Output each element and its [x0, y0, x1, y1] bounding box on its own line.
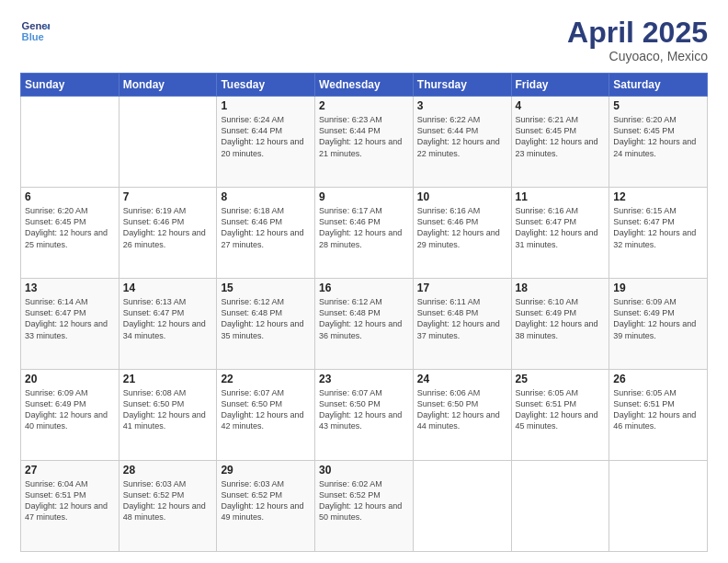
- col-header-thursday: Thursday: [413, 74, 511, 97]
- calendar-cell: 21Sunrise: 6:08 AM Sunset: 6:50 PM Dayli…: [119, 370, 217, 461]
- logo-icon: General Blue: [20, 17, 50, 46]
- calendar-cell: [609, 461, 708, 552]
- day-info: Sunrise: 6:24 AM Sunset: 6:44 PM Dayligh…: [221, 114, 311, 159]
- calendar-cell: 10Sunrise: 6:16 AM Sunset: 6:46 PM Dayli…: [413, 188, 511, 279]
- day-number: 12: [613, 190, 703, 203]
- calendar-cell: 2Sunrise: 6:23 AM Sunset: 6:44 PM Daylig…: [315, 97, 414, 188]
- day-info: Sunrise: 6:02 AM Sunset: 6:52 PM Dayligh…: [319, 478, 409, 523]
- calendar-cell: 18Sunrise: 6:10 AM Sunset: 6:49 PM Dayli…: [511, 279, 609, 370]
- day-number: 17: [417, 282, 507, 294]
- calendar-cell: 19Sunrise: 6:09 AM Sunset: 6:49 PM Dayli…: [609, 279, 708, 370]
- day-info: Sunrise: 6:04 AM Sunset: 6:51 PM Dayligh…: [25, 478, 115, 523]
- calendar-header-row: SundayMondayTuesdayWednesdayThursdayFrid…: [21, 74, 708, 97]
- day-number: 6: [25, 190, 115, 203]
- day-info: Sunrise: 6:07 AM Sunset: 6:50 PM Dayligh…: [319, 387, 409, 432]
- day-number: 23: [319, 373, 409, 385]
- day-number: 29: [221, 464, 311, 477]
- day-info: Sunrise: 6:07 AM Sunset: 6:50 PM Dayligh…: [221, 387, 311, 432]
- calendar-cell: 25Sunrise: 6:05 AM Sunset: 6:51 PM Dayli…: [511, 370, 609, 461]
- calendar-cell: 23Sunrise: 6:07 AM Sunset: 6:50 PM Dayli…: [315, 370, 414, 461]
- day-number: 1: [221, 99, 311, 112]
- day-number: 27: [25, 464, 115, 477]
- calendar-cell: 29Sunrise: 6:03 AM Sunset: 6:52 PM Dayli…: [217, 461, 315, 552]
- day-info: Sunrise: 6:11 AM Sunset: 6:48 PM Dayligh…: [417, 296, 507, 341]
- calendar-cell: 8Sunrise: 6:18 AM Sunset: 6:46 PM Daylig…: [217, 188, 315, 279]
- day-info: Sunrise: 6:18 AM Sunset: 6:46 PM Dayligh…: [221, 205, 311, 250]
- calendar-cell: 5Sunrise: 6:20 AM Sunset: 6:45 PM Daylig…: [609, 97, 708, 188]
- day-info: Sunrise: 6:12 AM Sunset: 6:48 PM Dayligh…: [221, 296, 311, 341]
- day-info: Sunrise: 6:23 AM Sunset: 6:44 PM Dayligh…: [319, 114, 409, 159]
- calendar-cell: 17Sunrise: 6:11 AM Sunset: 6:48 PM Dayli…: [413, 279, 511, 370]
- week-row-5: 27Sunrise: 6:04 AM Sunset: 6:51 PM Dayli…: [21, 461, 708, 552]
- calendar-cell: [119, 97, 217, 188]
- day-info: Sunrise: 6:15 AM Sunset: 6:47 PM Dayligh…: [613, 205, 703, 250]
- calendar-table: SundayMondayTuesdayWednesdayThursdayFrid…: [20, 73, 708, 552]
- day-info: Sunrise: 6:20 AM Sunset: 6:45 PM Dayligh…: [613, 114, 703, 159]
- day-number: 5: [613, 99, 703, 112]
- day-number: 21: [123, 373, 213, 385]
- calendar-cell: 15Sunrise: 6:12 AM Sunset: 6:48 PM Dayli…: [217, 279, 315, 370]
- calendar-cell: 12Sunrise: 6:15 AM Sunset: 6:47 PM Dayli…: [609, 188, 708, 279]
- day-number: 7: [123, 190, 213, 203]
- day-number: 26: [613, 373, 703, 385]
- day-number: 24: [417, 373, 507, 385]
- day-info: Sunrise: 6:03 AM Sunset: 6:52 PM Dayligh…: [221, 478, 311, 523]
- day-number: 19: [613, 282, 703, 294]
- page: General Blue April 2025 Cuyoaco, Mexico …: [0, 0, 728, 563]
- calendar-cell: [413, 461, 511, 552]
- day-info: Sunrise: 6:09 AM Sunset: 6:49 PM Dayligh…: [613, 296, 703, 341]
- calendar-cell: 27Sunrise: 6:04 AM Sunset: 6:51 PM Dayli…: [21, 461, 119, 552]
- day-info: Sunrise: 6:22 AM Sunset: 6:44 PM Dayligh…: [417, 114, 507, 159]
- day-info: Sunrise: 6:21 AM Sunset: 6:45 PM Dayligh…: [516, 114, 606, 159]
- day-info: Sunrise: 6:16 AM Sunset: 6:47 PM Dayligh…: [516, 205, 606, 250]
- day-number: 8: [221, 190, 311, 203]
- day-info: Sunrise: 6:13 AM Sunset: 6:47 PM Dayligh…: [123, 296, 213, 341]
- day-number: 22: [221, 373, 311, 385]
- logo: General Blue: [20, 17, 50, 46]
- col-header-tuesday: Tuesday: [217, 74, 315, 97]
- day-info: Sunrise: 6:17 AM Sunset: 6:46 PM Dayligh…: [319, 205, 409, 250]
- week-row-4: 20Sunrise: 6:09 AM Sunset: 6:49 PM Dayli…: [21, 370, 708, 461]
- calendar-cell: 6Sunrise: 6:20 AM Sunset: 6:45 PM Daylig…: [21, 188, 119, 279]
- day-number: 2: [319, 99, 409, 112]
- day-info: Sunrise: 6:05 AM Sunset: 6:51 PM Dayligh…: [516, 387, 606, 432]
- calendar-cell: 14Sunrise: 6:13 AM Sunset: 6:47 PM Dayli…: [119, 279, 217, 370]
- day-info: Sunrise: 6:20 AM Sunset: 6:45 PM Dayligh…: [25, 205, 115, 250]
- calendar-cell: 1Sunrise: 6:24 AM Sunset: 6:44 PM Daylig…: [217, 97, 315, 188]
- calendar-cell: 24Sunrise: 6:06 AM Sunset: 6:50 PM Dayli…: [413, 370, 511, 461]
- day-number: 15: [221, 282, 311, 294]
- calendar-cell: [511, 461, 609, 552]
- day-number: 28: [123, 464, 213, 477]
- day-info: Sunrise: 6:05 AM Sunset: 6:51 PM Dayligh…: [613, 387, 703, 432]
- calendar-cell: 7Sunrise: 6:19 AM Sunset: 6:46 PM Daylig…: [119, 188, 217, 279]
- calendar-cell: 26Sunrise: 6:05 AM Sunset: 6:51 PM Dayli…: [609, 370, 708, 461]
- day-number: 16: [319, 282, 409, 294]
- col-header-friday: Friday: [511, 74, 609, 97]
- week-row-1: 1Sunrise: 6:24 AM Sunset: 6:44 PM Daylig…: [21, 97, 708, 188]
- day-info: Sunrise: 6:03 AM Sunset: 6:52 PM Dayligh…: [123, 478, 213, 523]
- title-block: April 2025 Cuyoaco, Mexico: [567, 17, 708, 63]
- calendar-cell: 13Sunrise: 6:14 AM Sunset: 6:47 PM Dayli…: [21, 279, 119, 370]
- col-header-wednesday: Wednesday: [315, 74, 414, 97]
- calendar-cell: [21, 97, 119, 188]
- subtitle: Cuyoaco, Mexico: [567, 49, 708, 63]
- day-info: Sunrise: 6:19 AM Sunset: 6:46 PM Dayligh…: [123, 205, 213, 250]
- calendar-cell: 30Sunrise: 6:02 AM Sunset: 6:52 PM Dayli…: [315, 461, 414, 552]
- day-info: Sunrise: 6:16 AM Sunset: 6:46 PM Dayligh…: [417, 205, 507, 250]
- day-number: 4: [516, 99, 606, 112]
- day-number: 25: [516, 373, 606, 385]
- week-row-2: 6Sunrise: 6:20 AM Sunset: 6:45 PM Daylig…: [21, 188, 708, 279]
- day-number: 30: [319, 464, 409, 477]
- calendar-cell: 22Sunrise: 6:07 AM Sunset: 6:50 PM Dayli…: [217, 370, 315, 461]
- day-number: 13: [25, 282, 115, 294]
- calendar-cell: 3Sunrise: 6:22 AM Sunset: 6:44 PM Daylig…: [413, 97, 511, 188]
- header: General Blue April 2025 Cuyoaco, Mexico: [20, 17, 708, 63]
- day-info: Sunrise: 6:06 AM Sunset: 6:50 PM Dayligh…: [417, 387, 507, 432]
- calendar-cell: 16Sunrise: 6:12 AM Sunset: 6:48 PM Dayli…: [315, 279, 414, 370]
- col-header-sunday: Sunday: [21, 74, 119, 97]
- day-number: 11: [516, 190, 606, 203]
- month-title: April 2025: [567, 17, 708, 49]
- day-number: 20: [25, 373, 115, 385]
- day-info: Sunrise: 6:10 AM Sunset: 6:49 PM Dayligh…: [516, 296, 606, 341]
- col-header-monday: Monday: [119, 74, 217, 97]
